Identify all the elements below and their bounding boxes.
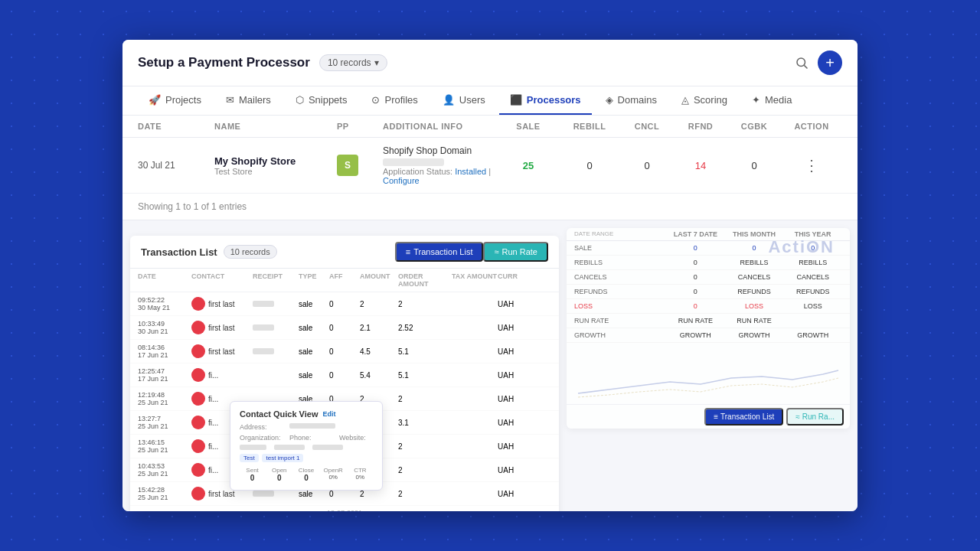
configure-link[interactable]: Configure — [383, 176, 420, 185]
rr-list-icon: ≡ — [714, 412, 718, 421]
action-menu-button[interactable]: ⋮ — [781, 156, 842, 174]
contact-avatar — [191, 321, 205, 334]
installed-link[interactable]: Installed — [455, 167, 486, 176]
contact-avatar — [191, 392, 205, 406]
showing-text: Showing 1 to 1 of 1 entries — [122, 194, 858, 220]
tab-profiles[interactable]: ⊙ Profiles — [361, 86, 428, 115]
mini-table-row: 08:14:36 17 Jun 21 first last sale 0 4.5… — [130, 340, 559, 364]
trans-tab-list[interactable]: ≡ Transaction List — [395, 242, 484, 262]
contact-avatar — [191, 463, 205, 477]
cgbk-count: 0 — [727, 160, 781, 171]
contact-avatar — [191, 416, 205, 429]
svg-point-0 — [797, 58, 805, 67]
contact-tag: Test — [240, 454, 259, 462]
contact-avatar — [191, 344, 205, 358]
contact-tag2: test import 1 — [262, 454, 303, 462]
cncl-count: 0 — [620, 160, 674, 171]
store-sub: Test Store — [214, 167, 337, 176]
runrate-tab-icon: ≈ — [494, 247, 498, 256]
tab-snippets[interactable]: ⬡ Snippets — [285, 86, 358, 115]
scoring-icon: ◬ — [681, 94, 689, 106]
header-right: + — [795, 51, 842, 75]
transaction-list-title: Transaction List — [141, 246, 217, 258]
svg-line-1 — [804, 65, 807, 68]
processors-icon: ⬛ — [510, 94, 522, 106]
tab-users[interactable]: 👤 Users — [432, 86, 496, 115]
dropdown-arrow-icon: ▾ — [374, 57, 379, 68]
contact-avatar — [191, 297, 205, 311]
domains-icon: ◈ — [606, 94, 613, 106]
mini-table-row: 09:52:22 30 May 21 first last sale 0 2 2… — [130, 292, 559, 316]
lower-section: Transaction List 10 records ≡ Transactio… — [122, 220, 858, 511]
contact-avatar — [191, 487, 205, 500]
stats-row-refunds: REFUNDS 0 REFUNDS REFUNDS — [567, 285, 850, 299]
records-dropdown[interactable]: 10 records ▾ — [319, 54, 387, 71]
trans-header: Transaction List 10 records ≡ Transactio… — [130, 236, 559, 269]
date-label: 18-07-2021 — [130, 506, 559, 511]
row-pp-cell: S — [337, 155, 383, 176]
stats-row-growth: GROWTH GROWTH GROWTH GROWTH — [567, 328, 850, 343]
nav-tabs: 🚀 Projects ✉ Mailers ⬡ Snippets ⊙ Profil… — [122, 86, 858, 116]
contact-quick-view-popup: Contact Quick View Edit Address: Organiz… — [230, 401, 383, 491]
tab-projects[interactable]: 🚀 Projects — [138, 86, 212, 115]
page-title: Setup a Payment Processor — [138, 55, 310, 70]
store-name: My Shopify Store — [214, 155, 337, 167]
qv-stats: Sent 0 Open 0 Close 0 OpenR — [240, 467, 373, 482]
contact-avatar — [191, 439, 205, 453]
header-left: Setup a Payment Processor 10 records ▾ — [138, 54, 387, 71]
stats-graph — [567, 343, 850, 404]
contact-avatar — [191, 368, 205, 382]
add-button[interactable]: + — [818, 51, 842, 75]
search-button[interactable] — [795, 56, 808, 70]
tab-mailers[interactable]: ✉ Mailers — [215, 86, 282, 115]
row-name-cell: My Shopify Store Test Store — [214, 155, 337, 176]
mini-table-header: DATE CONTACT RECEIPT TYPE AFF AMOUNT ORD… — [130, 269, 559, 292]
stats-panel: ActiON DATE RANGE LAST 7 DATE THIS MONTH… — [567, 228, 850, 429]
page-header: Setup a Payment Processor 10 records ▾ + — [122, 40, 858, 86]
rr-transaction-list-tab[interactable]: ≡ Transaction List — [704, 408, 783, 425]
tab-processors[interactable]: ⬛ Processors — [499, 86, 592, 115]
trans-tab-runrate[interactable]: ≈ Run Rate — [483, 242, 548, 262]
trans-tab-group: ≡ Transaction List ≈ Run Rate — [395, 242, 548, 262]
mailers-icon: ✉ — [226, 94, 234, 106]
snippets-icon: ⬡ — [296, 94, 304, 106]
stats-row-runrate-label: RUN RATE RUN RATE RUN RATE — [567, 314, 850, 328]
stats-row-loss: LOSS 0 LOSS LOSS — [567, 299, 850, 314]
mini-table-row: 10:33:49 30 Jun 21 first last sale 0 2.1… — [130, 316, 559, 340]
sale-count: 25 — [498, 160, 559, 171]
rfnd-count: 14 — [674, 160, 727, 171]
processors-table: DATE NAME PP ADDITIONAL INFO SALE REBILL… — [122, 116, 858, 220]
tab-media[interactable]: ✦ Media — [741, 86, 802, 115]
row-additional-info: Shopify Shop Domain Application Status: … — [383, 145, 498, 185]
table-row: 30 Jul 21 My Shopify Store Test Store S … — [122, 138, 858, 194]
contact-cell: first last — [191, 297, 253, 311]
rebill-count: 0 — [559, 160, 620, 171]
mini-table-row: 12:25:47 17 Jun 21 fi... sale 0 5.4 5.1 … — [130, 364, 559, 387]
profiles-icon: ⊙ — [371, 94, 380, 106]
projects-icon: 🚀 — [149, 94, 161, 106]
shopify-pp-icon: S — [337, 155, 358, 176]
rr-runrate-icon: ≈ — [795, 412, 800, 421]
quick-view-edit-button[interactable]: Edit — [323, 410, 336, 418]
transaction-panel: Transaction List 10 records ≡ Transactio… — [130, 236, 559, 511]
list-tab-icon: ≡ — [406, 247, 410, 256]
media-icon: ✦ — [752, 94, 760, 106]
stats-row-cancels: CANCELS 0 CANCELS CANCELS — [567, 270, 850, 285]
row-date: 30 Jul 21 — [138, 160, 214, 171]
rr-runrate-tab[interactable]: ≈ Run Ra... — [786, 408, 844, 425]
action-label: ActiON — [768, 237, 835, 257]
rr-tab-group: ≡ Transaction List ≈ Run Ra... — [567, 404, 850, 429]
tab-scoring[interactable]: ◬ Scoring — [671, 86, 738, 115]
tab-domains[interactable]: ◈ Domains — [595, 86, 668, 115]
table-header: DATE NAME PP ADDITIONAL INFO SALE REBILL… — [122, 116, 858, 138]
stats-row-rebills: REBILLS 0 REBILLS REBILLS — [567, 256, 850, 270]
users-icon: 👤 — [443, 94, 455, 106]
trans-records-badge[interactable]: 10 records — [224, 245, 277, 259]
